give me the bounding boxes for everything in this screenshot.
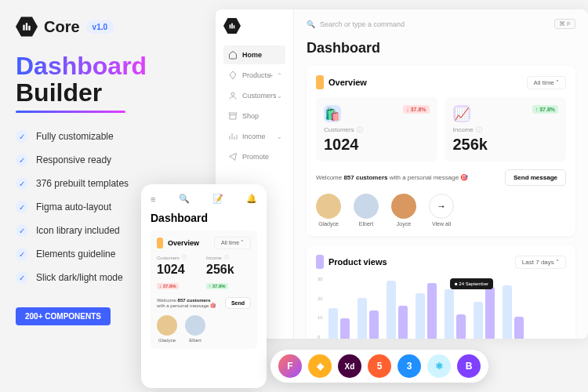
check-icon: ✓ (16, 248, 28, 260)
nav-products[interactable]: Products+⌃ (223, 66, 285, 85)
card-accent (157, 238, 163, 249)
arrow-right-icon[interactable]: → (429, 194, 454, 219)
avatar (185, 315, 205, 336)
compose-icon[interactable]: 📝 (212, 194, 223, 204)
delta-badge: ↓ 37.8% (157, 283, 179, 289)
product-views-title: Product views (328, 257, 387, 267)
search-icon: 🔍 (307, 20, 315, 28)
send-button[interactable]: Send (225, 297, 251, 309)
delta-badge: ↑ 37.8% (206, 283, 228, 289)
check-icon: ✓ (16, 154, 28, 166)
mobile-overview-card: Overview All time ˅ Customersⓘ 1024 ↓ 37… (151, 230, 257, 349)
kbd-shortcut: ⌘ F (554, 19, 575, 29)
welcome-text: Welcome 857 customers with a personal me… (316, 174, 468, 181)
brand-mark-icon (16, 16, 38, 38)
delta-badge: ↑ 37.8% (532, 105, 558, 114)
mobile-preview: ≡ 🔍 📝 🔔 Dashboard Overview All time ˅ Cu… (141, 184, 267, 388)
chart-icon (228, 132, 238, 141)
avatar-item[interactable]: Joyce (391, 194, 416, 227)
stat-value: 256k (453, 136, 559, 154)
page-title: Dashboard (307, 40, 575, 56)
headline-line1: Dashboard (16, 53, 147, 80)
stat-income: Incomeⓘ 256k ↑ 37.8% (206, 254, 251, 291)
svg-rect-0 (23, 25, 24, 31)
avatar (391, 194, 416, 219)
tool-icons-row: F ◆ Xd 5 3 ⚛ B (270, 350, 488, 383)
timeframe-dropdown[interactable]: All time ˅ (527, 76, 566, 89)
menu-icon[interactable]: ≡ (151, 194, 155, 204)
components-badge: 200+ COMPONENTS (16, 307, 111, 325)
avatar (354, 194, 379, 219)
nav-home[interactable]: Home (223, 45, 285, 64)
sidebar-logo-icon (223, 17, 241, 34)
feature-item: ✓Fully customizable (16, 130, 196, 143)
nav-promote[interactable]: Promote (223, 147, 285, 166)
timeframe-dropdown[interactable]: All time ˅ (214, 237, 251, 249)
feature-item: ✓Responsive ready (16, 154, 196, 166)
card-accent (316, 75, 324, 89)
info-icon[interactable]: ⓘ (357, 125, 363, 134)
info-icon[interactable]: ⓘ (476, 125, 482, 134)
svg-rect-4 (231, 24, 233, 29)
headline: Dashboard Builder (16, 53, 196, 106)
version-badge: v1.0 (86, 20, 114, 34)
avatar-item[interactable]: Elbert (185, 315, 205, 343)
avatar (157, 315, 177, 336)
chevron-down-icon[interactable]: ⌄ (277, 133, 282, 140)
overview-title: Overview (328, 78, 367, 87)
mobile-topbar: ≡ 🔍 📝 🔔 (151, 194, 257, 204)
product-views-card: Product views Last 7 days ˅ 3020100 ■ 24… (307, 245, 575, 339)
headline-underline (16, 111, 125, 113)
headline-line2: Builder (16, 78, 102, 107)
figma-icon: F (278, 354, 302, 378)
bag-icon: 🛍️ (324, 105, 341, 122)
view-all[interactable]: →View all (429, 194, 454, 227)
bell-icon[interactable]: 🔔 (246, 194, 257, 204)
bootstrap-icon: B (457, 354, 481, 378)
check-icon: ✓ (16, 224, 28, 237)
info-icon[interactable]: ⓘ (224, 254, 229, 261)
svg-rect-2 (28, 26, 30, 31)
info-icon[interactable]: ⓘ (182, 254, 187, 261)
main-content: 🔍Search or type a command ⌘ F Dashboard … (294, 9, 588, 339)
search-input[interactable]: 🔍Search or type a command (307, 20, 548, 28)
plus-icon[interactable]: + (268, 71, 273, 80)
brand-name: Core (44, 18, 80, 36)
bar-chart: 3020100 ■ 24 September (328, 277, 566, 339)
html5-icon: 5 (368, 354, 391, 378)
sketch-icon: ◆ (308, 354, 332, 378)
shop-icon (228, 111, 238, 121)
chart-tooltip: ■ 24 September (450, 278, 493, 289)
nav-income[interactable]: Income⌄ (223, 127, 285, 146)
send-message-button[interactable]: Send message (505, 169, 566, 186)
stat-value: 1024 (324, 136, 430, 154)
diamond-icon (228, 71, 238, 80)
stat-customers: 🛍️ ↓ 37.8% Customersⓘ 1024 (316, 97, 437, 162)
avatar-item[interactable]: Elbert (354, 194, 379, 227)
stat-customers: Customersⓘ 1024 ↓ 37.8% (157, 254, 201, 291)
check-icon: ✓ (16, 201, 28, 213)
avatar-item[interactable]: Gladyce (157, 315, 177, 343)
react-icon: ⚛ (427, 354, 451, 378)
brand-row: Core v1.0 (16, 16, 196, 38)
avatar (316, 194, 341, 219)
topbar: 🔍Search or type a command ⌘ F (307, 19, 575, 29)
svg-rect-3 (230, 24, 231, 28)
delta-badge: ↓ 37.8% (403, 105, 429, 114)
search-icon[interactable]: 🔍 (179, 194, 190, 204)
nav-customers[interactable]: Customers⌄ (223, 86, 285, 105)
overview-card: Overview All time ˅ 🛍️ ↓ 37.8% Customers… (307, 66, 575, 236)
chevron-up-icon[interactable]: ⌃ (277, 72, 282, 79)
check-icon: ✓ (16, 130, 28, 143)
check-icon: ✓ (16, 271, 28, 284)
check-icon: ✓ (16, 177, 28, 190)
card-accent (316, 255, 324, 269)
avatar-item[interactable]: Gladyce (316, 194, 341, 227)
xd-icon: Xd (338, 354, 361, 378)
user-icon (228, 91, 238, 100)
home-icon (228, 50, 238, 60)
svg-rect-5 (234, 25, 235, 28)
nav-shop[interactable]: Shop (223, 107, 285, 125)
timeframe-dropdown[interactable]: Last 7 days ˅ (515, 256, 566, 269)
chevron-down-icon[interactable]: ⌄ (277, 93, 282, 100)
